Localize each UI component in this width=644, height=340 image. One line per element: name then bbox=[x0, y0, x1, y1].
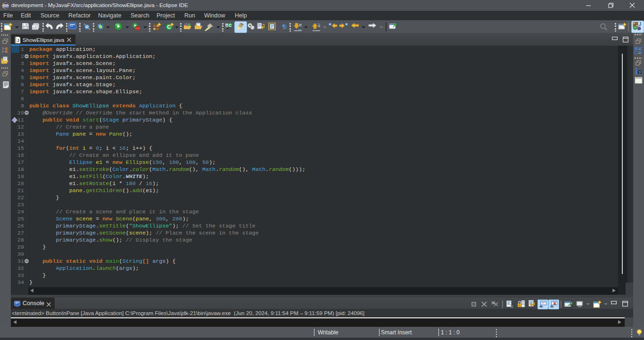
svg-text:J: J bbox=[639, 22, 642, 27]
svg-text:¶: ¶ bbox=[284, 23, 287, 29]
svg-text:J: J bbox=[17, 38, 19, 43]
svg-text:C: C bbox=[229, 23, 231, 28]
svg-text:?: ? bbox=[638, 70, 641, 75]
